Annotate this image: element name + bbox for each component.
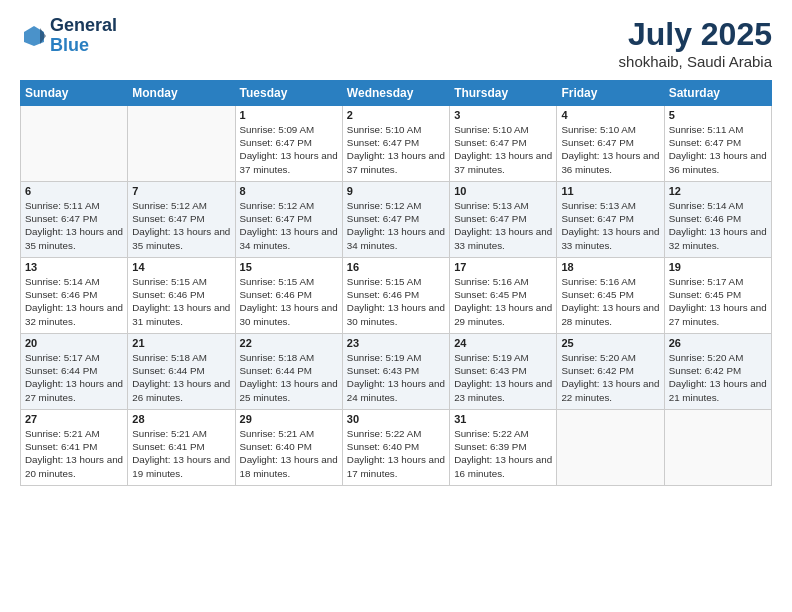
page: General Blue July 2025 shokhaib, Saudi A… (0, 0, 792, 612)
calendar-cell: 19Sunrise: 5:17 AM Sunset: 6:45 PM Dayli… (664, 258, 771, 334)
day-number: 14 (132, 261, 230, 273)
day-info: Sunrise: 5:22 AM Sunset: 6:40 PM Dayligh… (347, 427, 445, 480)
logo: General Blue (20, 16, 117, 56)
calendar-cell: 13Sunrise: 5:14 AM Sunset: 6:46 PM Dayli… (21, 258, 128, 334)
calendar-cell: 27Sunrise: 5:21 AM Sunset: 6:41 PM Dayli… (21, 410, 128, 486)
calendar-cell: 16Sunrise: 5:15 AM Sunset: 6:46 PM Dayli… (342, 258, 449, 334)
calendar-week-row: 20Sunrise: 5:17 AM Sunset: 6:44 PM Dayli… (21, 334, 772, 410)
day-number: 31 (454, 413, 552, 425)
calendar-cell: 11Sunrise: 5:13 AM Sunset: 6:47 PM Dayli… (557, 182, 664, 258)
day-number: 1 (240, 109, 338, 121)
calendar-cell: 14Sunrise: 5:15 AM Sunset: 6:46 PM Dayli… (128, 258, 235, 334)
day-number: 6 (25, 185, 123, 197)
calendar-cell: 9Sunrise: 5:12 AM Sunset: 6:47 PM Daylig… (342, 182, 449, 258)
day-info: Sunrise: 5:17 AM Sunset: 6:45 PM Dayligh… (669, 275, 767, 328)
calendar-week-row: 6Sunrise: 5:11 AM Sunset: 6:47 PM Daylig… (21, 182, 772, 258)
day-info: Sunrise: 5:10 AM Sunset: 6:47 PM Dayligh… (454, 123, 552, 176)
day-number: 30 (347, 413, 445, 425)
day-number: 20 (25, 337, 123, 349)
day-info: Sunrise: 5:19 AM Sunset: 6:43 PM Dayligh… (347, 351, 445, 404)
calendar-cell: 17Sunrise: 5:16 AM Sunset: 6:45 PM Dayli… (450, 258, 557, 334)
day-number: 18 (561, 261, 659, 273)
day-number: 22 (240, 337, 338, 349)
calendar-cell (664, 410, 771, 486)
calendar-week-row: 1Sunrise: 5:09 AM Sunset: 6:47 PM Daylig… (21, 106, 772, 182)
calendar-cell: 21Sunrise: 5:18 AM Sunset: 6:44 PM Dayli… (128, 334, 235, 410)
day-number: 5 (669, 109, 767, 121)
day-info: Sunrise: 5:12 AM Sunset: 6:47 PM Dayligh… (347, 199, 445, 252)
weekday-header: Tuesday (235, 81, 342, 106)
day-number: 25 (561, 337, 659, 349)
calendar-cell: 28Sunrise: 5:21 AM Sunset: 6:41 PM Dayli… (128, 410, 235, 486)
day-info: Sunrise: 5:19 AM Sunset: 6:43 PM Dayligh… (454, 351, 552, 404)
day-info: Sunrise: 5:13 AM Sunset: 6:47 PM Dayligh… (561, 199, 659, 252)
day-number: 23 (347, 337, 445, 349)
day-number: 28 (132, 413, 230, 425)
day-number: 13 (25, 261, 123, 273)
day-number: 12 (669, 185, 767, 197)
calendar-cell: 6Sunrise: 5:11 AM Sunset: 6:47 PM Daylig… (21, 182, 128, 258)
calendar-table: SundayMondayTuesdayWednesdayThursdayFrid… (20, 80, 772, 486)
calendar-cell (557, 410, 664, 486)
calendar-header-row: SundayMondayTuesdayWednesdayThursdayFrid… (21, 81, 772, 106)
day-number: 3 (454, 109, 552, 121)
day-number: 26 (669, 337, 767, 349)
calendar-cell: 31Sunrise: 5:22 AM Sunset: 6:39 PM Dayli… (450, 410, 557, 486)
day-number: 24 (454, 337, 552, 349)
day-number: 17 (454, 261, 552, 273)
calendar-cell: 12Sunrise: 5:14 AM Sunset: 6:46 PM Dayli… (664, 182, 771, 258)
day-info: Sunrise: 5:17 AM Sunset: 6:44 PM Dayligh… (25, 351, 123, 404)
weekday-header: Friday (557, 81, 664, 106)
day-number: 21 (132, 337, 230, 349)
day-info: Sunrise: 5:16 AM Sunset: 6:45 PM Dayligh… (454, 275, 552, 328)
day-info: Sunrise: 5:22 AM Sunset: 6:39 PM Dayligh… (454, 427, 552, 480)
day-number: 11 (561, 185, 659, 197)
calendar-cell: 20Sunrise: 5:17 AM Sunset: 6:44 PM Dayli… (21, 334, 128, 410)
day-number: 15 (240, 261, 338, 273)
day-info: Sunrise: 5:11 AM Sunset: 6:47 PM Dayligh… (25, 199, 123, 252)
calendar-week-row: 13Sunrise: 5:14 AM Sunset: 6:46 PM Dayli… (21, 258, 772, 334)
calendar-cell: 29Sunrise: 5:21 AM Sunset: 6:40 PM Dayli… (235, 410, 342, 486)
subtitle: shokhaib, Saudi Arabia (619, 53, 772, 70)
calendar-cell: 3Sunrise: 5:10 AM Sunset: 6:47 PM Daylig… (450, 106, 557, 182)
logo-icon (20, 22, 48, 50)
day-info: Sunrise: 5:15 AM Sunset: 6:46 PM Dayligh… (132, 275, 230, 328)
calendar-cell: 1Sunrise: 5:09 AM Sunset: 6:47 PM Daylig… (235, 106, 342, 182)
title-block: July 2025 shokhaib, Saudi Arabia (619, 16, 772, 70)
day-number: 19 (669, 261, 767, 273)
day-number: 4 (561, 109, 659, 121)
calendar-cell: 15Sunrise: 5:15 AM Sunset: 6:46 PM Dayli… (235, 258, 342, 334)
day-info: Sunrise: 5:10 AM Sunset: 6:47 PM Dayligh… (347, 123, 445, 176)
day-info: Sunrise: 5:18 AM Sunset: 6:44 PM Dayligh… (132, 351, 230, 404)
weekday-header: Thursday (450, 81, 557, 106)
day-info: Sunrise: 5:12 AM Sunset: 6:47 PM Dayligh… (132, 199, 230, 252)
day-info: Sunrise: 5:10 AM Sunset: 6:47 PM Dayligh… (561, 123, 659, 176)
day-number: 9 (347, 185, 445, 197)
day-info: Sunrise: 5:12 AM Sunset: 6:47 PM Dayligh… (240, 199, 338, 252)
day-info: Sunrise: 5:21 AM Sunset: 6:40 PM Dayligh… (240, 427, 338, 480)
calendar-cell: 10Sunrise: 5:13 AM Sunset: 6:47 PM Dayli… (450, 182, 557, 258)
calendar-cell: 30Sunrise: 5:22 AM Sunset: 6:40 PM Dayli… (342, 410, 449, 486)
weekday-header: Monday (128, 81, 235, 106)
day-number: 10 (454, 185, 552, 197)
day-number: 8 (240, 185, 338, 197)
calendar-cell: 18Sunrise: 5:16 AM Sunset: 6:45 PM Dayli… (557, 258, 664, 334)
day-info: Sunrise: 5:20 AM Sunset: 6:42 PM Dayligh… (669, 351, 767, 404)
weekday-header: Wednesday (342, 81, 449, 106)
day-info: Sunrise: 5:11 AM Sunset: 6:47 PM Dayligh… (669, 123, 767, 176)
calendar-cell: 24Sunrise: 5:19 AM Sunset: 6:43 PM Dayli… (450, 334, 557, 410)
main-title: July 2025 (619, 16, 772, 53)
calendar-cell: 8Sunrise: 5:12 AM Sunset: 6:47 PM Daylig… (235, 182, 342, 258)
calendar-cell: 4Sunrise: 5:10 AM Sunset: 6:47 PM Daylig… (557, 106, 664, 182)
day-number: 2 (347, 109, 445, 121)
day-number: 27 (25, 413, 123, 425)
day-info: Sunrise: 5:21 AM Sunset: 6:41 PM Dayligh… (132, 427, 230, 480)
calendar-cell: 7Sunrise: 5:12 AM Sunset: 6:47 PM Daylig… (128, 182, 235, 258)
weekday-header: Sunday (21, 81, 128, 106)
day-info: Sunrise: 5:15 AM Sunset: 6:46 PM Dayligh… (240, 275, 338, 328)
day-number: 29 (240, 413, 338, 425)
day-number: 16 (347, 261, 445, 273)
day-number: 7 (132, 185, 230, 197)
day-info: Sunrise: 5:15 AM Sunset: 6:46 PM Dayligh… (347, 275, 445, 328)
day-info: Sunrise: 5:13 AM Sunset: 6:47 PM Dayligh… (454, 199, 552, 252)
